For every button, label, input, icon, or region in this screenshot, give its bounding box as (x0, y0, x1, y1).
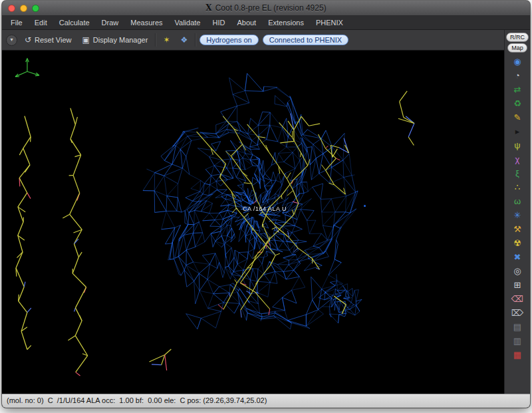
transfer-arrows-icon[interactable]: ⇄ (509, 82, 526, 96)
clock-icon[interactable]: ◔ (509, 69, 526, 82)
menu-file[interactable]: File (5, 16, 29, 29)
x11-icon: X (205, 3, 211, 13)
rrc-button[interactable]: R/RC (506, 33, 529, 42)
model-sphere-icon[interactable]: ◉ (509, 55, 526, 69)
toolbar: ▾ ↺ Reset View ▣ Display Manager ✶ ❖ Hyd… (2, 30, 504, 51)
go-to-atom-icon: ✶ (163, 35, 170, 45)
go-to-atom-button[interactable]: ✶ (160, 34, 173, 46)
sigma-icon[interactable]: ψ (509, 138, 526, 152)
reset-view-icon: ↺ (25, 35, 31, 45)
chi-angle-icon[interactable]: χ (509, 152, 526, 166)
menu-calculate[interactable]: Calculate (53, 16, 96, 29)
target-icon[interactable]: ◎ (509, 264, 526, 278)
app-window: XCoot 0.8-pre EL (revision 4925) FileEdi… (2, 1, 530, 408)
right-icon-column: ◉◔⇄♻✎▸ψχξ∴ω✳⚒☢✖◎⊞⌫⌦▤▥▦ (509, 55, 526, 362)
menu-edit[interactable]: Edit (29, 16, 53, 29)
molecular-viewport[interactable] (2, 51, 504, 394)
omega-icon[interactable]: ω (509, 194, 526, 208)
refine-cycle-icon[interactable]: ♻ (509, 96, 526, 110)
radiation-icon[interactable]: ☢ (509, 236, 526, 250)
title-bar[interactable]: XCoot 0.8-pre EL (revision 4925) (2, 1, 530, 16)
atoms-icon[interactable]: ∴ (509, 180, 526, 194)
go-to-ligand-icon: ❖ (180, 35, 188, 45)
go-to-ligand-button[interactable]: ❖ (177, 34, 191, 46)
expand-triangle-icon[interactable]: ▸ (509, 124, 526, 138)
panel-icon[interactable]: ▤ (509, 320, 526, 334)
right-toolbar: R/RC Map ◉◔⇄♻✎▸ψχξ∴ω✳⚒☢✖◎⊞⌫⌦▤▥▦ (504, 30, 530, 394)
menu-about[interactable]: About (231, 16, 262, 29)
reset-view-button[interactable]: ↺ Reset View (21, 34, 75, 46)
trash-icon[interactable]: ⌦ (509, 306, 526, 320)
hydrogens-toggle-button[interactable]: Hydrogens on (200, 35, 259, 45)
backbone-icon[interactable]: ξ (509, 166, 526, 180)
menu-extensions[interactable]: Extensions (262, 16, 310, 29)
hammer-icon[interactable]: ⚒ (509, 222, 526, 236)
display-manager-icon: ▣ (82, 35, 90, 45)
menu-bar: FileEditCalculateDrawMeasuresValidateHID… (2, 16, 530, 30)
phenix-status-button[interactable]: Connected to PHENIX (263, 35, 348, 45)
display-manager-label: Display Manager (93, 36, 148, 44)
rgb-grid-icon[interactable]: ▦ (509, 348, 526, 362)
water-icon[interactable]: ✳ (509, 208, 526, 222)
menu-validate[interactable]: Validate (169, 16, 207, 29)
main-column: ▾ ↺ Reset View ▣ Display Manager ✶ ❖ Hyd… (2, 30, 504, 394)
menu-hid[interactable]: HID (206, 16, 231, 29)
body-row: ▾ ↺ Reset View ▣ Display Manager ✶ ❖ Hyd… (2, 30, 530, 394)
panel-alt-icon[interactable]: ▥ (509, 334, 526, 348)
reset-view-label: Reset View (35, 36, 71, 44)
viewport-container: CA /164 ALA U (2, 51, 504, 394)
pencil-icon[interactable]: ✎ (509, 110, 526, 124)
status-bar: (mol. no: 0) C /1/U/164 ALA occ: 1.00 bf… (2, 394, 530, 408)
toolbar-separator (155, 33, 156, 47)
toolbar-separator-2 (195, 33, 196, 47)
toolbar-overflow-button[interactable]: ▾ (6, 35, 17, 46)
menu-draw[interactable]: Draw (96, 16, 125, 29)
menu-phenix[interactable]: PHENIX (310, 16, 349, 29)
cross-atoms-icon[interactable]: ✖ (509, 250, 526, 264)
map-button[interactable]: Map (507, 43, 527, 53)
window-title: XCoot 0.8-pre EL (revision 4925) (2, 3, 530, 13)
eraser-icon[interactable]: ⌫ (509, 292, 526, 306)
display-manager-button[interactable]: ▣ Display Manager (79, 34, 152, 46)
window-title-text: Coot 0.8-pre EL (revision 4925) (215, 3, 327, 13)
plus-box-icon[interactable]: ⊞ (509, 278, 526, 292)
menu-measures[interactable]: Measures (124, 16, 168, 29)
